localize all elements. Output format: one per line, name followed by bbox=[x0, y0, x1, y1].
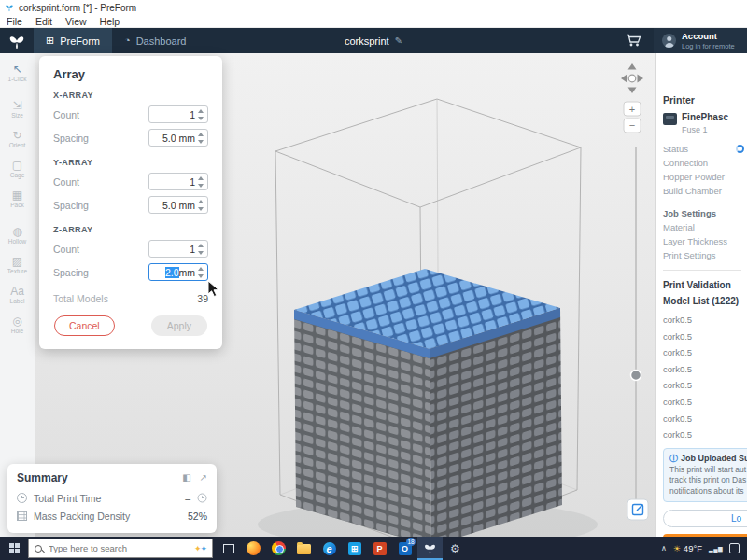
x-spacing-stepper[interactable] bbox=[197, 133, 204, 144]
stepper-up-icon[interactable] bbox=[198, 176, 204, 180]
menu-file[interactable]: File bbox=[0, 16, 29, 27]
x-count-input[interactable]: 1 bbox=[148, 105, 208, 123]
z-count-input[interactable]: 1 bbox=[148, 240, 208, 258]
tool-size[interactable]: ⇲ Size bbox=[0, 94, 35, 124]
tool-texture[interactable]: ▨ Texture bbox=[0, 250, 35, 280]
dock-panel-icon[interactable]: ◧ bbox=[182, 473, 190, 483]
print-settings-row[interactable]: Print Settings bbox=[663, 248, 747, 262]
cart-button[interactable] bbox=[626, 28, 642, 53]
taskbar-search[interactable]: ✦✦ bbox=[28, 539, 213, 558]
print-validation-header[interactable]: Print Validation bbox=[663, 277, 747, 293]
store-icon: ⊞ bbox=[348, 542, 361, 555]
tool-hole[interactable]: ◎ Hole bbox=[0, 310, 35, 340]
y-count-input[interactable]: 1 bbox=[148, 173, 208, 190]
taskbar-outlook[interactable]: O 18 bbox=[392, 537, 417, 560]
stepper-down-icon[interactable] bbox=[198, 207, 204, 211]
material-row[interactable]: Material bbox=[663, 220, 747, 234]
search-input[interactable] bbox=[47, 542, 190, 554]
taskbar-store[interactable]: ⊞ bbox=[342, 537, 367, 560]
z-count-stepper[interactable] bbox=[197, 244, 204, 255]
z-spacing-stepper[interactable] bbox=[197, 267, 204, 278]
model-list-item[interactable]: cork0.5 bbox=[663, 411, 747, 427]
preform-logo bbox=[0, 32, 34, 50]
y-count-label: Count bbox=[53, 176, 79, 188]
y-array-heading: Y-ARRAY bbox=[53, 158, 208, 167]
section-slider[interactable] bbox=[631, 147, 641, 520]
gear-icon: ⚙ bbox=[450, 542, 460, 555]
tab-dashboard[interactable]: ◔ Dashboard bbox=[112, 28, 198, 53]
model-list-item[interactable]: cork0.5 bbox=[663, 377, 747, 394]
tab-preform[interactable]: ⊞ PreForm bbox=[34, 28, 112, 53]
cancel-button[interactable]: Cancel bbox=[54, 315, 115, 336]
layer-thickness-row[interactable]: Layer Thickness bbox=[663, 234, 747, 248]
menu-view[interactable]: View bbox=[59, 16, 93, 27]
pack-icon: ▦ bbox=[12, 189, 22, 201]
taskbar-file-explorer[interactable] bbox=[291, 537, 317, 560]
taskbar-powerpoint[interactable]: P bbox=[367, 537, 392, 560]
x-spacing-label: Spacing bbox=[53, 133, 89, 144]
taskbar-edge[interactable]: e bbox=[317, 537, 342, 560]
window-titlebar: corksprint.form [*] - PreForm bbox=[0, 0, 747, 15]
action-center-icon[interactable] bbox=[729, 543, 740, 553]
model-list-item[interactable]: cork0.5 bbox=[663, 344, 747, 361]
section-slider-handle[interactable] bbox=[631, 371, 641, 381]
stepper-up-icon[interactable] bbox=[198, 244, 204, 247]
stepper-up-icon[interactable] bbox=[198, 133, 204, 136]
tool-orient[interactable]: ↻ Orient bbox=[0, 124, 35, 154]
model-list-item[interactable]: cork0.5 bbox=[663, 312, 747, 329]
x-spacing-input[interactable]: 5.0 mm bbox=[148, 129, 208, 147]
y-spacing-stepper[interactable] bbox=[197, 200, 204, 211]
tool-cage[interactable]: ▢ Cage bbox=[0, 154, 35, 184]
z-spacing-input[interactable]: 2.0 mm bbox=[148, 263, 208, 281]
tool-pack[interactable]: ▦ Pack bbox=[0, 184, 35, 214]
login-button[interactable]: Lo bbox=[663, 510, 747, 527]
network-signal-icon[interactable]: ▂▄▆ bbox=[709, 545, 723, 552]
model-list-item[interactable]: cork0.5 bbox=[663, 427, 747, 443]
stepper-up-icon[interactable] bbox=[198, 267, 204, 271]
stepper-down-icon[interactable] bbox=[198, 251, 204, 255]
taskbar-preform[interactable] bbox=[417, 537, 443, 560]
y-count-stepper[interactable] bbox=[197, 176, 204, 188]
stepper-down-icon[interactable] bbox=[198, 140, 204, 144]
weather-widget[interactable]: ☀ 49°F bbox=[673, 543, 702, 553]
model-list-item[interactable]: cork0.5 bbox=[663, 361, 747, 378]
expand-icon[interactable]: ↗ bbox=[200, 473, 207, 483]
menu-edit[interactable]: Edit bbox=[29, 16, 59, 27]
model-list-item[interactable]: cork0.5 bbox=[663, 329, 747, 345]
viewport-nav-controls[interactable] bbox=[621, 63, 643, 93]
tray-expand-icon[interactable]: ∧ bbox=[661, 544, 667, 553]
zoom-out-button[interactable]: − bbox=[624, 119, 641, 133]
stepper-down-icon[interactable] bbox=[198, 117, 204, 120]
edit-pencil-icon[interactable]: ✎ bbox=[395, 35, 402, 46]
edge-icon: e bbox=[323, 542, 336, 555]
divider bbox=[663, 270, 741, 271]
taskbar-chrome[interactable] bbox=[266, 537, 291, 560]
info-title: Job Uploaded Su bbox=[681, 454, 747, 463]
account-button[interactable]: Account Log in for remote bbox=[654, 28, 747, 53]
stepper-up-icon[interactable] bbox=[198, 200, 204, 203]
taskbar-firefox[interactable] bbox=[241, 537, 266, 560]
start-button[interactable] bbox=[0, 537, 28, 560]
tool-one-click[interactable]: ↖ 1-Click bbox=[0, 58, 35, 88]
apply-button[interactable]: Apply bbox=[151, 315, 207, 336]
menu-help[interactable]: Help bbox=[93, 16, 127, 27]
x-count-stepper[interactable] bbox=[197, 109, 204, 120]
tool-label[interactable]: Aa Label bbox=[0, 280, 35, 310]
model-list-header[interactable]: Model List (1222) bbox=[663, 293, 747, 309]
printer-selector[interactable]: FinePhasc Fuse 1 bbox=[663, 112, 747, 134]
z-count-label: Count bbox=[53, 244, 79, 255]
stepper-down-icon[interactable] bbox=[198, 184, 204, 188]
zoom-in-button[interactable]: + bbox=[624, 102, 641, 116]
stepper-down-icon[interactable] bbox=[198, 274, 204, 278]
taskbar-settings[interactable]: ⚙ bbox=[443, 537, 468, 560]
task-view-button[interactable] bbox=[216, 537, 241, 560]
model-list-item[interactable]: cork0.5 bbox=[663, 394, 747, 411]
stepper-up-icon[interactable] bbox=[198, 109, 204, 113]
layout-toggle-button[interactable] bbox=[627, 499, 648, 520]
model-stack[interactable] bbox=[294, 269, 562, 537]
tool-hollow[interactable]: ◍ Hollow bbox=[0, 220, 35, 250]
search-highlights-icon[interactable]: ✦✦ bbox=[194, 544, 206, 553]
nav-down-arrow bbox=[628, 88, 637, 94]
y-spacing-input[interactable]: 5.0 mm bbox=[148, 196, 208, 214]
printer-connection-row: Connection bbox=[663, 156, 747, 170]
